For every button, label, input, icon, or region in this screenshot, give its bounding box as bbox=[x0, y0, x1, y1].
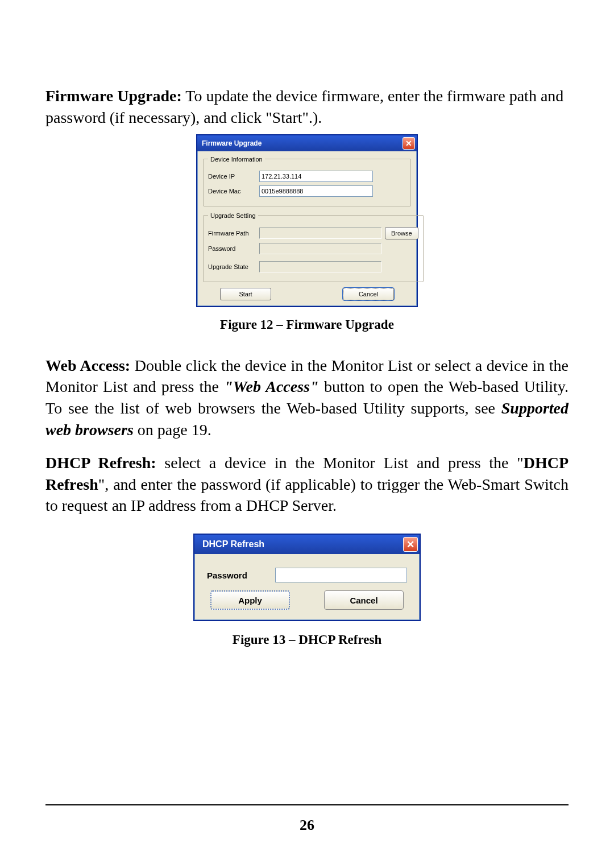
dhcp-dialog: DHCP Refresh ✕ Password Apply Cancel bbox=[193, 534, 421, 621]
upgrade-state-label: Upgrade State bbox=[208, 263, 259, 270]
upgrade-setting-group: Upgrade Setting Firmware Path Browse Pas… bbox=[203, 212, 424, 282]
cancel-button[interactable]: Cancel bbox=[324, 590, 404, 610]
device-mac-field[interactable] bbox=[259, 185, 373, 197]
dhcp-dialog-titlebar: DHCP Refresh ✕ bbox=[194, 535, 420, 554]
firmware-dialog-buttons: Start Cancel bbox=[203, 288, 411, 300]
footer-rule bbox=[45, 804, 569, 805]
firmware-password-label: Password bbox=[208, 245, 259, 252]
start-button[interactable]: Start bbox=[220, 288, 271, 300]
firmware-dialog: Firmware Upgrade ✕ Device Information De… bbox=[196, 134, 418, 307]
device-ip-label: Device IP bbox=[208, 173, 259, 180]
figure-12-caption: Figure 12 – Firmware Upgrade bbox=[45, 317, 569, 332]
firmware-path-field[interactable] bbox=[259, 228, 381, 239]
device-info-group: Device Information Device IP Device Mac bbox=[203, 156, 411, 206]
cancel-button[interactable]: Cancel bbox=[343, 288, 394, 300]
heading-firmware: Firmware Upgrade: bbox=[45, 87, 182, 105]
upgrade-setting-legend: Upgrade Setting bbox=[208, 212, 258, 219]
firmware-password-field[interactable] bbox=[259, 243, 381, 254]
dhcp-dialog-body: Password Apply Cancel bbox=[194, 554, 420, 620]
page-number: 26 bbox=[0, 817, 614, 834]
device-ip-field[interactable] bbox=[259, 171, 373, 182]
web-access-emphasis: "Web Access" bbox=[224, 378, 318, 395]
close-icon[interactable]: ✕ bbox=[403, 137, 415, 150]
figure-dhcp-dialog: DHCP Refresh ✕ Password Apply Cancel bbox=[45, 534, 569, 621]
para-web-access: Web Access: Double click the device in t… bbox=[45, 355, 569, 441]
para-dhcp-refresh: DHCP Refresh: select a device in the Mon… bbox=[45, 452, 569, 516]
device-mac-label: Device Mac bbox=[208, 188, 259, 195]
dhcp-password-label: Password bbox=[207, 571, 275, 580]
figure-13-caption: Figure 13 – DHCP Refresh bbox=[45, 633, 569, 647]
firmware-dialog-titlebar: Firmware Upgrade ✕ bbox=[197, 135, 417, 151]
dhcp-password-field[interactable] bbox=[275, 568, 407, 582]
firmware-path-label: Firmware Path bbox=[208, 230, 259, 237]
firmware-dialog-title: Firmware Upgrade bbox=[202, 139, 262, 147]
para-firmware-upgrade: Firmware Upgrade: To update the device f… bbox=[45, 85, 569, 129]
upgrade-state-field bbox=[259, 261, 381, 272]
heading-dhcp-refresh: DHCP Refresh: bbox=[45, 454, 156, 472]
firmware-dialog-body: Device Information Device IP Device Mac … bbox=[197, 151, 417, 306]
device-info-legend: Device Information bbox=[208, 156, 265, 163]
dhcp-dialog-title: DHCP Refresh bbox=[199, 538, 268, 551]
figure-firmware-dialog: Firmware Upgrade ✕ Device Information De… bbox=[45, 134, 569, 307]
close-icon[interactable]: ✕ bbox=[403, 537, 418, 552]
heading-web-access: Web Access: bbox=[45, 357, 130, 374]
apply-button[interactable]: Apply bbox=[210, 590, 290, 610]
browse-button[interactable]: Browse bbox=[385, 227, 418, 239]
